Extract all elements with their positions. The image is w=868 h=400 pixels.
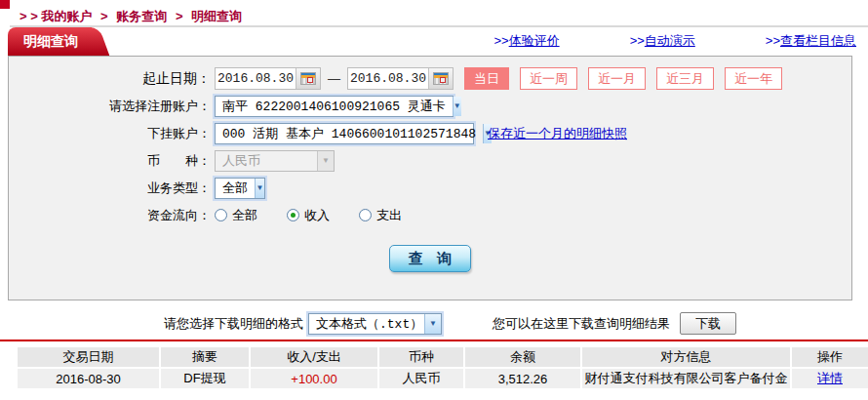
chevron-down-icon: ▼ — [424, 314, 441, 334]
table-header-row: 交易日期 摘要 收入/支出 币种 余额 对方信息 操作 — [18, 347, 868, 367]
business-type-label: 业务类型： — [9, 180, 211, 197]
date-range-separator: — — [328, 71, 340, 86]
currency-row: 币 种： 人民币 ▼ — [9, 149, 851, 172]
quick-range-year-button[interactable]: 近一年 — [725, 67, 782, 90]
end-date-calendar-button[interactable] — [428, 68, 453, 89]
breadcrumb-item-my-account[interactable]: 我的账户 — [41, 9, 92, 23]
register-account-label: 请选择注册账户： — [9, 98, 211, 115]
result-table: 交易日期 摘要 收入/支出 币种 余额 对方信息 操作 2016-08-30 D… — [16, 345, 868, 390]
breadcrumb-separator: > — [100, 9, 108, 23]
table-row: 2016-08-30 DF提现 +100.00 人民币 3,512.26 财付通… — [18, 369, 868, 388]
start-date-widget — [215, 67, 321, 90]
calendar-icon — [433, 72, 449, 85]
corner-red-mark — [0, 0, 10, 9]
link-experience-feedback[interactable]: >>体验评价 — [493, 32, 559, 50]
download-format-select[interactable]: 文本格式（.txt） ▼ — [308, 313, 442, 335]
sub-account-label: 下挂账户： — [9, 125, 211, 142]
register-account-select[interactable]: 南平 6222001406100921065 灵通卡 ▼ — [215, 96, 454, 117]
column-header-balance: 余额 — [465, 347, 580, 367]
column-header-currency: 币种 — [379, 347, 463, 367]
chevron-down-icon: ▼ — [453, 97, 461, 116]
detail-link[interactable]: 详情 — [817, 371, 843, 385]
radio-icon — [287, 209, 299, 221]
quick-range-month-button[interactable]: 近一月 — [588, 67, 646, 90]
fund-flow-option-all[interactable]: 全部 — [215, 207, 257, 224]
cell-date: 2016-08-30 — [18, 369, 159, 388]
cell-amount: +100.00 — [251, 369, 377, 388]
register-account-row: 请选择注册账户： 南平 6222001406100921065 灵通卡 ▼ — [9, 95, 851, 117]
breadcrumb-item-account-query[interactable]: 账务查询 — [116, 9, 167, 23]
cell-action: 详情 — [792, 369, 868, 388]
link-auto-demo[interactable]: >>自动演示 — [630, 32, 695, 50]
save-monthly-snapshot-link[interactable]: 保存近一个月的明细快照 — [488, 125, 627, 142]
breadcrumb-chevrons: > > — [20, 9, 38, 23]
currency-label: 币 种： — [9, 152, 211, 170]
fund-flow-option-income[interactable]: 收入 — [287, 207, 330, 224]
breadcrumb-item-detail-query[interactable]: 明细查询 — [191, 9, 242, 23]
breadcrumb-separator: > — [176, 9, 183, 23]
end-date-widget — [347, 67, 454, 90]
sub-account-row: 下挂账户： 000 活期 基本户 1406600101102571848 ▼ 保… — [9, 122, 851, 144]
query-form-panel: 起止日期： — 当日 近一周 近一月 近三月 近一年 请选择注册账户： 南平 6… — [8, 56, 852, 300]
column-header-summary: 摘要 — [161, 347, 249, 367]
section-header: 明细查询 >>体验评价 >>自动演示 >>查看栏目信息 — [8, 27, 868, 56]
cell-balance: 3,512.26 — [465, 369, 580, 388]
fund-flow-label: 资金流向： — [9, 207, 211, 224]
fund-flow-option-expense[interactable]: 支出 — [359, 207, 402, 224]
business-type-select[interactable]: 全部 ▼ — [215, 178, 265, 199]
download-button[interactable]: 下载 — [680, 312, 736, 335]
column-header-date: 交易日期 — [18, 347, 159, 367]
business-type-row: 业务类型： 全部 ▼ — [9, 177, 851, 199]
column-header-action: 操作 — [792, 347, 868, 367]
start-date-calendar-button[interactable] — [296, 68, 320, 89]
download-row: 请您选择下载明细的格式 文本格式（.txt） ▼ 您可以在这里下载查询明细结果 … — [0, 312, 868, 335]
quick-range-quarter-button[interactable]: 近三月 — [656, 67, 714, 90]
calendar-icon — [300, 72, 316, 85]
table-top-rule — [0, 340, 868, 341]
download-format-label: 请您选择下载明细的格式 — [164, 315, 303, 333]
column-header-amount: 收入/支出 — [251, 347, 377, 367]
date-range-label: 起止日期： — [9, 70, 211, 88]
header-links: >>体验评价 >>自动演示 >>查看栏目信息 — [493, 32, 856, 50]
link-view-column-info[interactable]: >>查看栏目信息 — [766, 32, 856, 50]
breadcrumb: > > 我的账户 > 账务查询 > 明细查询 — [0, 0, 868, 21]
cell-summary: DF提现 — [161, 369, 249, 388]
currency-select: 人民币 ▼ — [215, 150, 335, 172]
tab-detail-query[interactable]: 明细查询 — [8, 27, 92, 56]
download-hint-text: 您可以在这里下载查询明细结果 — [493, 315, 670, 333]
radio-icon — [215, 209, 227, 221]
sub-account-select[interactable]: 000 活期 基本户 1406600101102571848 ▼ — [215, 123, 474, 144]
radio-icon — [359, 209, 372, 221]
query-button[interactable]: 查 询 — [389, 245, 471, 272]
fund-flow-row: 资金流向： 全部 收入 支出 — [9, 204, 851, 226]
column-header-counterparty: 对方信息 — [582, 347, 790, 367]
chevron-down-icon: ▼ — [317, 151, 334, 171]
quick-range-week-button[interactable]: 近一周 — [520, 67, 577, 90]
date-range-row: 起止日期： — 当日 近一周 近一月 近三月 近一年 — [9, 67, 851, 90]
quick-range-today-button[interactable]: 当日 — [464, 67, 509, 90]
cell-currency: 人民币 — [379, 369, 463, 388]
chevron-down-icon: ▼ — [255, 179, 264, 198]
end-date-input[interactable] — [348, 68, 428, 89]
cell-counterparty: 财付通支付科技有限公司客户备付金 — [582, 369, 790, 388]
start-date-input[interactable] — [216, 68, 296, 89]
